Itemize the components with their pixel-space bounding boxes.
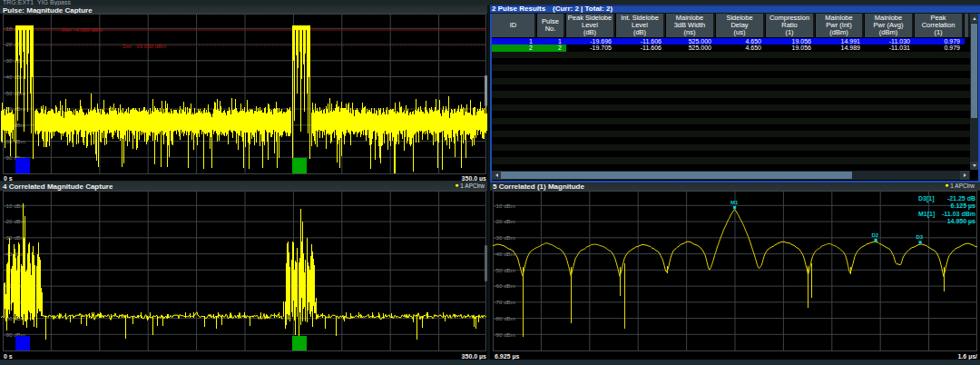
svg-text:-80 dBm: -80 dBm: [5, 138, 25, 144]
svg-text:M1[1]: M1[1]: [918, 211, 935, 218]
svg-text:-20 dBm: -20 dBm: [5, 41, 25, 47]
svg-text:-70 dBm: -70 dBm: [495, 299, 515, 305]
svg-text:D2: D2: [872, 232, 879, 238]
svg-text:-80 dBm: -80 dBm: [495, 315, 515, 321]
svg-text:-90 dBm: -90 dBm: [495, 331, 515, 338]
svg-text:-50 dBm: -50 dBm: [5, 90, 25, 96]
svg-text:-30 dBm: -30 dBm: [5, 234, 25, 241]
svg-text:-11.03 dBm: -11.03 dBm: [942, 211, 975, 217]
svg-text:350.0 µs: 350.0 µs: [462, 353, 486, 360]
svg-text:1.6 µs/: 1.6 µs/: [957, 353, 977, 360]
svg-text:-30 dBm: -30 dBm: [495, 234, 515, 241]
svg-text:-10 dBm: -10 dBm: [495, 202, 515, 209]
svg-text:-60 dBm: -60 dBm: [495, 282, 515, 289]
svg-text:M1: M1: [730, 200, 739, 205]
svg-text:6.125 µs: 6.125 µs: [951, 202, 975, 210]
svg-text:-40 dBm: -40 dBm: [495, 251, 515, 257]
svg-text:Det. -19.050 dBm: Det. -19.050 dBm: [122, 43, 167, 49]
svg-text:-30 dBm: -30 dBm: [5, 57, 25, 64]
svg-text:D3[1]: D3[1]: [918, 195, 935, 202]
svg-text:-50 dBm: -50 dBm: [495, 267, 515, 273]
svg-text:-40 dBm: -40 dBm: [5, 74, 25, 80]
svg-text:Ref. -4.050 dBm: Ref. -4.050 dBm: [62, 26, 103, 33]
svg-text:0 s: 0 s: [4, 353, 13, 360]
svg-text:-20 dBm: -20 dBm: [495, 218, 515, 224]
svg-text:-21.25 dB: -21.25 dB: [947, 195, 975, 202]
svg-text:-60 dBm: -60 dBm: [5, 105, 25, 112]
svg-text:14.950 µs: 14.950 µs: [947, 218, 975, 225]
svg-text:-10 dBm: -10 dBm: [5, 202, 25, 209]
svg-text:D3: D3: [916, 234, 924, 240]
svg-text:6.925 µs: 6.925 µs: [495, 353, 519, 360]
svg-text:-20 dBm: -20 dBm: [5, 218, 25, 224]
